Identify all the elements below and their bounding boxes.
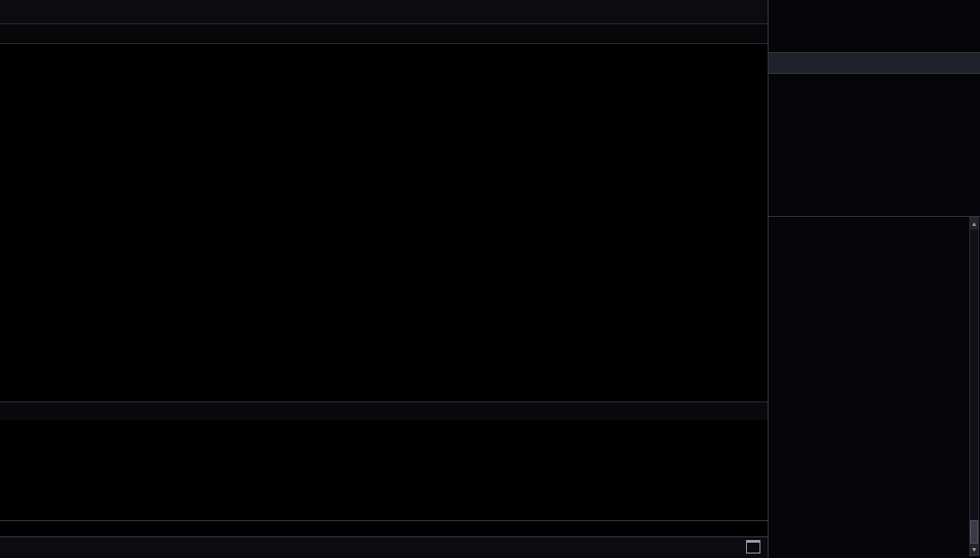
scrollbar[interactable]: ▲ ▼ — [969, 217, 979, 556]
x-axis — [0, 520, 768, 536]
top-toolbar — [0, 0, 768, 24]
tick-table-header — [769, 198, 980, 217]
volume-chart[interactable] — [0, 420, 768, 520]
indicator-toolbar — [0, 536, 768, 558]
candlestick-chart[interactable] — [0, 44, 768, 401]
scroll-down-icon[interactable]: ▼ — [970, 544, 978, 555]
volume-header — [0, 401, 768, 420]
watchlist-actions — [769, 52, 980, 74]
quote-panel: ▲ ▼ — [768, 0, 980, 558]
panel-toggle-icon[interactable] — [746, 540, 760, 554]
chart-sub-header — [0, 24, 768, 44]
scroll-thumb[interactable] — [970, 520, 978, 544]
scroll-up-icon[interactable]: ▲ — [970, 218, 978, 230]
